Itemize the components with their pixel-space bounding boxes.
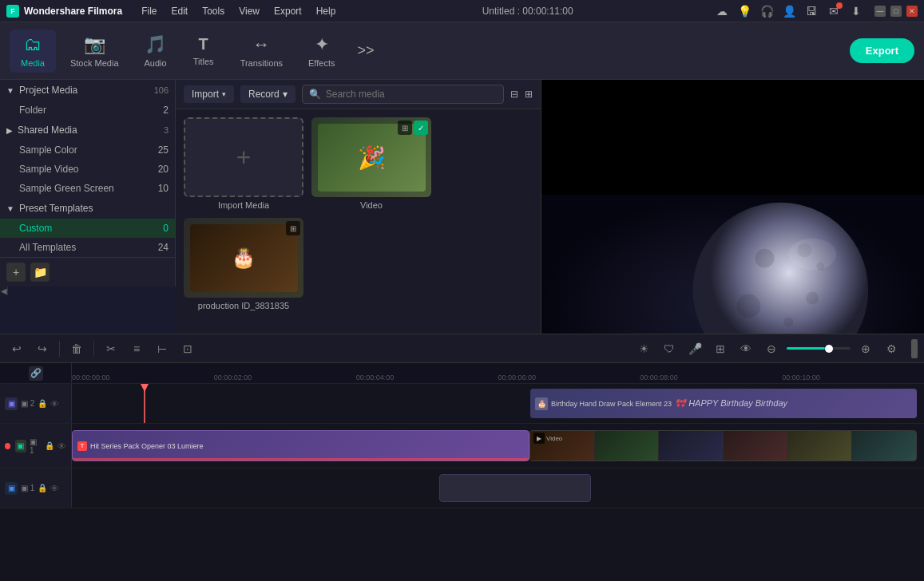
timeline-ruler: 00:00:00:00 00:00:02:00 00:00:04:00 00:0… (72, 363, 924, 383)
sidebar-header-shared-media[interactable]: ▶ Shared Media 3 (0, 120, 175, 140)
import-media-item[interactable]: + Import Media (184, 117, 303, 210)
video-badge-icon: ▶ (533, 433, 545, 444)
zoom-slider-fill (787, 347, 825, 350)
import-arrow-icon: ▾ (222, 90, 226, 98)
thumb-3 (724, 431, 787, 460)
sample-color-label: Sample Color (19, 144, 77, 156)
color-wheel-button[interactable]: ☀ (633, 338, 654, 359)
close-button[interactable]: ✕ (906, 6, 918, 17)
download-icon[interactable]: ⬇ (847, 2, 865, 20)
redo-button[interactable]: ↪ (32, 338, 53, 359)
track-v2-icon: ▣ (5, 397, 18, 410)
split-button[interactable]: ⊢ (152, 338, 173, 359)
tool-transitions[interactable]: ↔ Transitions (229, 30, 294, 73)
track-v1-icon: ▣ (15, 440, 26, 453)
minimize-button[interactable]: — (874, 6, 886, 17)
arrow-preset-templates: ▼ (6, 204, 14, 213)
window-title: Untitled : 00:00:11:00 (342, 6, 713, 17)
ruler-label-2: 00:00:04:00 (356, 374, 395, 381)
delete-clip-button[interactable]: 🗑 (66, 338, 87, 359)
user-icon[interactable]: 👤 (780, 2, 798, 20)
track-v0-icon: ▣ (5, 482, 18, 495)
undo-button[interactable]: ↩ (6, 338, 27, 359)
audio-mix-button[interactable]: ≡ (126, 338, 147, 359)
menu-export[interactable]: Export (268, 4, 308, 18)
minus-zoom-button[interactable]: ⊖ (761, 338, 782, 359)
timeline-handle[interactable] (911, 339, 918, 358)
sidebar-item-sample-color[interactable]: Sample Color 25 (0, 140, 175, 160)
snap-button[interactable]: 🔗 (29, 366, 43, 381)
track-v1-lock[interactable]: 🔒 (45, 441, 54, 450)
mask-button[interactable]: 🛡 (659, 338, 680, 359)
sidebar-item-all-templates[interactable]: All Templates 24 (0, 238, 175, 257)
sidebar-item-folder[interactable]: Folder 2 (0, 101, 175, 120)
video-thumbnails-clip[interactable]: ▶ Video (529, 430, 917, 461)
light-icon[interactable]: 💡 (736, 2, 753, 20)
add-media-folder-button[interactable]: + (6, 263, 26, 282)
crop-button[interactable]: ⊡ (177, 338, 198, 359)
track-v1-vis[interactable]: 👁 (58, 441, 66, 451)
video-media-item[interactable]: 🎉 ⊞ ✓ Video (311, 117, 431, 210)
menu-file[interactable]: File (135, 4, 163, 18)
cloud-icon[interactable]: ☁ (713, 2, 731, 20)
eye-button[interactable]: 👁 (736, 338, 756, 359)
timeline-settings-button[interactable]: ⚙ (881, 338, 902, 359)
menu-help[interactable]: Help (310, 4, 343, 18)
birthday-clip[interactable]: 🎂 Birthday Hand Draw Pack Element 23 🎀 H… (530, 389, 917, 418)
production-media-item[interactable]: 🎂 ⊞ production ID_3831835 (184, 218, 303, 310)
sidebar-collapse-handle[interactable]: ◀ (0, 287, 8, 295)
tool-audio[interactable]: 🎵 Audio (133, 30, 178, 73)
playhead (144, 384, 145, 423)
record-button[interactable]: Record ▾ (240, 85, 295, 103)
empty-clip[interactable] (439, 474, 591, 501)
track-label-v0: ▣ ▣ 1 🔒 👁 (0, 468, 72, 508)
record-arrow-icon: ▾ (283, 89, 288, 100)
menu-tools[interactable]: Tools (196, 4, 231, 18)
plus-zoom-button[interactable]: ⊕ (855, 338, 876, 359)
import-button[interactable]: Import ▾ (184, 85, 234, 103)
caption-button[interactable]: ⊞ (710, 338, 731, 359)
track-v0-lock[interactable]: 🔒 (38, 484, 47, 492)
envelope-icon[interactable]: ✉ (825, 2, 843, 20)
hit-series-icon: T (77, 441, 87, 451)
voice-button[interactable]: 🎤 (684, 338, 705, 359)
transitions-icon: ↔ (252, 34, 270, 55)
hit-series-clip[interactable]: T Hit Series Pack Opener 03 Lumiere (72, 430, 529, 461)
tool-effects[interactable]: ✦ Effects (297, 30, 346, 73)
filter-icon[interactable]: ⊟ (510, 89, 518, 100)
tool-titles[interactable]: T Titles (181, 30, 226, 71)
zoom-slider-track[interactable] (787, 347, 851, 350)
grid-view-icon[interactable]: ⊞ (525, 89, 533, 100)
timeline-zoom-slider (787, 347, 851, 350)
open-folder-button[interactable]: 📁 (30, 263, 50, 282)
cut-button[interactable]: ✂ (101, 338, 121, 359)
menu-edit[interactable]: Edit (165, 4, 194, 18)
track-v0-vis[interactable]: 👁 (50, 484, 59, 493)
sidebar-section-project-media: ▼ Project Media 106 Folder 2 (0, 80, 175, 120)
sidebar-item-sample-video[interactable]: Sample Video 20 (0, 160, 175, 179)
hit-series-content: T Hit Series Pack Opener 03 Lumiere (73, 431, 208, 460)
tool-media[interactable]: 🗂 Media (10, 30, 56, 73)
timeline-tracks: ▣ ▣ 2 🔒 👁 🎂 (0, 384, 924, 581)
arrow-project-media: ▼ (6, 86, 14, 95)
sidebar-item-green-screen[interactable]: Sample Green Screen 10 (0, 179, 175, 198)
sidebar-header-preset-templates[interactable]: ▼ Preset Templates (0, 198, 175, 219)
track-row-v0: ▣ ▣ 1 🔒 👁 (0, 468, 924, 508)
maximize-button[interactable]: □ (890, 6, 902, 17)
production-media-label: production ID_3831835 (184, 301, 303, 310)
toolbar-more-button[interactable]: >> (352, 38, 379, 64)
headphone-icon[interactable]: 🎧 (758, 2, 775, 20)
folder-count: 2 (163, 105, 169, 116)
save-icon[interactable]: 🖫 (803, 2, 820, 20)
svg-point-2 (755, 249, 774, 268)
menu-view[interactable]: View (232, 4, 266, 18)
tool-stock-media[interactable]: 📷 Stock Media (59, 30, 130, 73)
stock-media-icon: 📷 (84, 34, 105, 55)
sidebar-item-custom[interactable]: Custom 0 (0, 219, 175, 238)
track-v2-vis[interactable]: 👁 (50, 399, 59, 409)
search-input[interactable] (326, 89, 497, 100)
track-v2-lock[interactable]: 🔒 (38, 399, 47, 408)
sidebar-header-project-media[interactable]: ▼ Project Media 106 (0, 80, 175, 101)
sidebar-section-green-screen: Sample Green Screen 10 (0, 179, 175, 198)
export-button[interactable]: Export (850, 38, 914, 63)
